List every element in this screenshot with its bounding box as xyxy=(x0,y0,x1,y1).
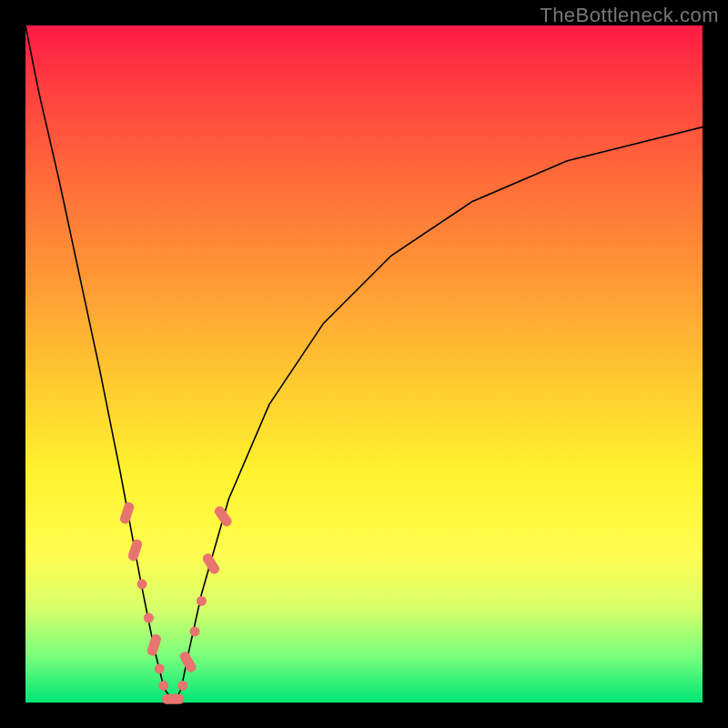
curve-marker-dot xyxy=(177,681,187,691)
curve-marker-dot xyxy=(144,613,154,623)
curve-marker-dot xyxy=(155,663,165,673)
curve-marker-pill xyxy=(178,650,198,673)
curve-marker-dot xyxy=(137,579,147,589)
curve-marker-dot xyxy=(197,596,207,606)
bottleneck-chart-svg xyxy=(25,25,703,703)
bottleneck-curve-path xyxy=(25,25,703,703)
curve-marker-dot xyxy=(158,681,168,691)
curve-marker-pill xyxy=(119,501,136,525)
watermark-text: TheBottleneck.com xyxy=(540,4,719,27)
curve-marker-pill xyxy=(213,504,234,528)
chart-plot-area xyxy=(25,25,703,703)
curve-marker-pill xyxy=(201,551,221,575)
curve-marker-pill xyxy=(127,538,144,561)
curve-marker-pill xyxy=(162,694,184,704)
curve-marker-dot xyxy=(190,626,200,636)
curve-marker-pill xyxy=(146,633,162,657)
marker-group xyxy=(119,501,234,704)
